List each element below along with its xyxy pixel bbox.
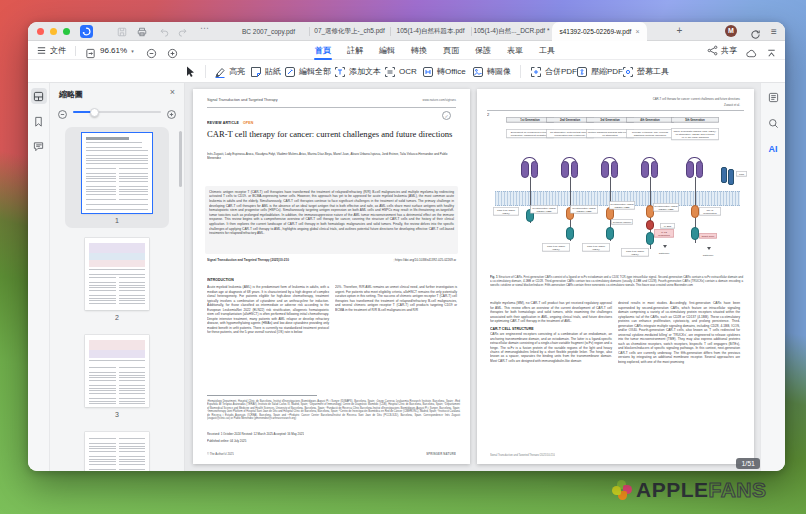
- share-icon: [707, 45, 718, 56]
- tool-convert-office[interactable]: 轉Office: [422, 63, 466, 80]
- comment-icon: [33, 141, 44, 152]
- divider: [207, 395, 317, 396]
- cd3z-domain: [646, 232, 654, 245]
- slider-knob[interactable]: [90, 108, 99, 117]
- ribbon-tab-tools[interactable]: 工具: [538, 42, 556, 59]
- thumbnail-page-3[interactable]: 3: [65, 329, 169, 422]
- thumbnails-icon: [33, 91, 44, 102]
- figure-caption: Fig. 1 Structure of CARs. First-generati…: [490, 275, 743, 287]
- share-button[interactable]: 共享: [707, 45, 737, 56]
- slider-track[interactable]: [73, 111, 161, 113]
- cd3z-domain: [606, 227, 614, 240]
- applefans-flower-icon: [612, 480, 632, 500]
- scfv-domain: [641, 161, 649, 178]
- chevron-down-icon[interactable]: ▾: [131, 48, 134, 54]
- panel-title: 縮略圖: [59, 89, 83, 100]
- page-fit-icon[interactable]: [85, 45, 96, 56]
- panel-scrollbar[interactable]: [179, 131, 182, 187]
- received-line: Received: 1 October 2024 Revised: 12 Mar…: [207, 432, 407, 436]
- minimize-window-button[interactable]: [50, 28, 57, 35]
- tab-document-4[interactable]: 105(1-4)自然..._DCR.pdf *: [471, 22, 552, 41]
- convert-office-icon: [422, 66, 434, 78]
- tool-convert-image[interactable]: 轉圖像: [472, 63, 511, 80]
- tool-highlight[interactable]: 高亮: [214, 63, 245, 80]
- thumbnail-page-number: 3: [115, 411, 119, 418]
- close-window-button[interactable]: [37, 28, 44, 35]
- thumbnail-page-4[interactable]: 4: [65, 426, 169, 471]
- tool-add-text[interactable]: 添加文本: [334, 63, 381, 80]
- zoom-level-value[interactable]: 96.61%: [100, 46, 127, 55]
- file-menu-button[interactable]: 文件: [36, 45, 66, 56]
- thumbnail-page-2[interactable]: 2: [65, 232, 169, 325]
- document-tabs: BC 2007_copy.pdf 07_選修化學上-_ch5.pdf 105(1…: [228, 22, 647, 41]
- tool-edit-all[interactable]: 編輯全部: [284, 63, 331, 80]
- running-title: CAR-T cell therapy for cancer: current c…: [490, 97, 740, 101]
- cd3z-domain: [691, 227, 699, 240]
- costim-domain: [691, 205, 699, 218]
- sync-icon[interactable]: [750, 26, 762, 38]
- new-tab-button[interactable]: +: [673, 25, 686, 38]
- annotations-panel-button[interactable]: [31, 138, 47, 154]
- ribbon-tab-pages[interactable]: 頁面: [442, 42, 460, 59]
- tools-toolbar: 高亮 貼紙 編輯全部 添加文本 OCR 轉Office: [28, 60, 785, 83]
- affiliations-text: ¹Hematology Department, Hospital Clínic …: [207, 399, 460, 420]
- save-button[interactable]: [116, 26, 128, 38]
- more-actions-button[interactable]: ⋯: [200, 23, 209, 33]
- tab-document-active[interactable]: s41392-025-02269-w.pdf ×: [552, 22, 647, 41]
- redo-button[interactable]: [177, 26, 189, 38]
- zoom-window-button[interactable]: [63, 28, 70, 35]
- print-button[interactable]: [136, 26, 148, 38]
- bookmarks-panel-button[interactable]: [31, 113, 47, 129]
- pdf-app-window: ⋯ BC 2007_copy.pdf 07_選修化學上-_ch5.pdf 105…: [28, 22, 785, 471]
- ribbon-tab-annotate[interactable]: 註解: [346, 42, 364, 59]
- tab-close-icon[interactable]: ×: [635, 28, 639, 35]
- outline-panel-button[interactable]: [765, 89, 781, 105]
- tab-document-1[interactable]: BC 2007_copy.pdf: [228, 22, 309, 41]
- tool-ocr[interactable]: OCR: [384, 63, 417, 80]
- undo-button[interactable]: [158, 26, 170, 38]
- pdf-page-1[interactable]: Signal Transduction and Targeted Therapy…: [193, 89, 470, 464]
- ribbon-tab-edit[interactable]: 編輯: [378, 42, 396, 59]
- logo-apple-text: APPLE: [636, 478, 709, 501]
- page-indicator-badge[interactable]: 1/51: [736, 458, 760, 469]
- thumbnail-page-number: 2: [115, 314, 119, 321]
- ai-assistant-button[interactable]: AI: [765, 141, 781, 157]
- ribbon-tab-protect[interactable]: 保護: [474, 42, 492, 59]
- ribbon-tab-convert[interactable]: 轉換: [410, 42, 428, 59]
- search-button[interactable]: [765, 115, 781, 131]
- check-updates-icon: ✓: [442, 111, 451, 120]
- body-column-1: Acute myeloid leukemia (AML) is the pred…: [207, 285, 329, 334]
- zoom-in-button[interactable]: [167, 45, 178, 56]
- tab-document-3[interactable]: 105(1-4)自然科題本.pdf: [390, 22, 471, 41]
- scfv-domain: [686, 161, 694, 178]
- ribbon-tab-forms[interactable]: 表單: [506, 42, 524, 59]
- divider: [205, 65, 206, 78]
- tool-merge-pdf[interactable]: 合併PDF: [530, 63, 577, 80]
- window-menu-icon[interactable]: ≡: [768, 26, 780, 38]
- pdf-page-2[interactable]: CAR-T cell therapy for cancer: current c…: [477, 89, 754, 464]
- thumbnails-panel-button[interactable]: [31, 88, 47, 104]
- ocr-icon: [384, 66, 396, 78]
- scfv-domain: [611, 161, 619, 178]
- sticker-icon: [250, 66, 262, 78]
- cloud-icon[interactable]: [746, 45, 757, 56]
- ribbon-tab-home[interactable]: 首頁: [314, 42, 332, 59]
- tool-compress-pdf[interactable]: 壓縮PDF: [576, 63, 623, 80]
- collapse-toolbar-icon[interactable]: [766, 45, 777, 56]
- slider-zoom-out-icon[interactable]: [57, 106, 68, 117]
- right-sidebar-rail: AI: [760, 83, 785, 471]
- select-cursor-tool[interactable]: [184, 64, 199, 79]
- figure-1-car-generations: 1st Generation Dependent on exogenous cy…: [487, 117, 744, 273]
- tab-document-2[interactable]: 07_選修化學上-_ch5.pdf: [309, 22, 390, 41]
- thumbnail-page-1[interactable]: 1: [65, 127, 169, 228]
- add-text-icon: [334, 66, 346, 78]
- document-viewport[interactable]: Signal Transduction and Targeted Therapy…: [185, 83, 760, 471]
- tool-sticker[interactable]: 貼紙: [250, 63, 281, 80]
- panel-close-icon[interactable]: ×: [170, 87, 175, 97]
- highlight-icon: [214, 66, 226, 78]
- account-avatar[interactable]: M: [725, 25, 737, 37]
- tool-screen-capture[interactable]: 螢幕工具: [622, 63, 669, 80]
- zoom-control[interactable]: 96.61% ▾: [100, 46, 134, 55]
- zoom-out-button[interactable]: [146, 45, 157, 56]
- slider-zoom-in-icon[interactable]: [166, 106, 177, 117]
